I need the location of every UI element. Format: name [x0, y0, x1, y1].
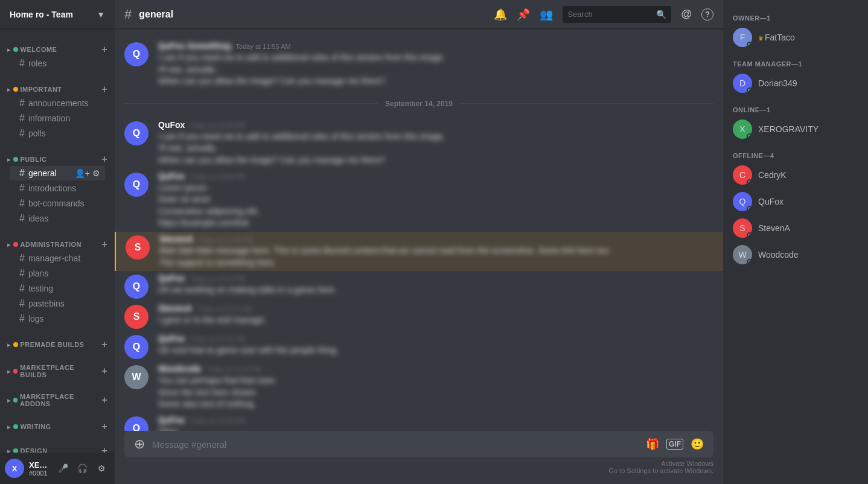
category-add-public[interactable]: + [101, 154, 107, 164]
channel-item-general[interactable]: # general 👤+ ⚙ [10, 166, 105, 180]
category-add-premade-builds[interactable]: + [101, 340, 107, 349]
category-chevron-icon: ▸ [7, 86, 11, 93]
members-section-owner—1: OWNER—1 F ♛FatTaco [728, 10, 863, 51]
message-content-msg4: QuFox Today at 12:10 PM Oh we working on… [158, 273, 713, 299]
message-author-msg4: QuFox [158, 273, 185, 283]
channel-item-bot-commands[interactable]: # bot-commands [10, 196, 105, 211]
category-header-writing[interactable]: ▸ WRITING + [5, 421, 110, 433]
message-text-msg6: Ok cool how to game over with the people… [158, 345, 713, 357]
channel-item-roles[interactable]: # roles [10, 56, 105, 71]
headphone-icon[interactable]: 🎧 [74, 460, 91, 477]
status-indicator-dorian349 [747, 88, 752, 93]
avatar: Q [124, 42, 148, 66]
member-avatar-qufox: Q [733, 192, 752, 211]
category-dot-premade-builds [13, 342, 18, 347]
members-section-online—1: ONLINE—1 X XEROGRAVITY [728, 101, 863, 142]
member-item-stevena[interactable]: S StevenA [728, 215, 863, 241]
search-bar[interactable]: 🔍 [563, 6, 671, 23]
chat-header: # general 🔔 📌 👥 🔍 @ ? [115, 0, 723, 29]
member-avatar-dorian349: D [733, 74, 752, 93]
search-input[interactable] [567, 10, 654, 19]
category-add-design[interactable]: + [101, 446, 107, 453]
message-content-msg8: QuFox Today at 12:20 PM Okay [158, 415, 713, 431]
category-add-marketplace-addons[interactable]: + [101, 395, 107, 405]
category-header-design[interactable]: ▸ DESIGN + [5, 445, 110, 453]
category-header-administration[interactable]: ▸ ADMINISTRATION + [5, 238, 110, 250]
member-avatar-letter: W [738, 250, 746, 260]
channel-item-manager-chat[interactable]: # manager-chat [10, 251, 105, 266]
channel-item-polls[interactable]: # polls [10, 126, 105, 141]
message-header-msg8: QuFox Today at 12:20 PM [158, 415, 713, 425]
category-header-premade-builds[interactable]: ▸ PREMADE BUILDS + [5, 339, 110, 351]
category-header-marketplace-builds[interactable]: ▸ MARKETPLACE BUILDS + [5, 363, 110, 380]
message-group-msg1: Q QuFox Today at 12:00 PM I can if you n… [115, 118, 723, 169]
members-icon[interactable]: 👥 [540, 8, 553, 21]
member-item-cedryk[interactable]: C CedryK [728, 162, 863, 188]
category-add-writing[interactable]: + [101, 422, 107, 431]
category-add-marketplace-builds[interactable]: + [101, 366, 107, 376]
gif-icon[interactable]: GIF [666, 439, 683, 450]
member-name-qufox: QuFox [758, 197, 783, 206]
message-header-msg1: QuFox Today at 12:00 PM [158, 120, 713, 130]
add-member-icon[interactable]: 👤+ [75, 168, 90, 178]
category-dot-important [13, 87, 18, 92]
settings-icon[interactable]: ⚙ [93, 460, 110, 477]
category-label-welcome: WELCOME [21, 46, 57, 53]
category-important: ▸ IMPORTANT + # announcements # informat… [0, 74, 115, 144]
message-input[interactable] [152, 439, 639, 450]
member-item-dorian349[interactable]: D Dorian349 [728, 70, 863, 97]
settings-channel-icon[interactable]: ⚙ [92, 168, 100, 178]
members-section-offline—4: OFFLINE—4 C CedryK Q QuFox S StevenA W [728, 147, 863, 268]
channel-item-introductions[interactable]: # introductions [10, 181, 105, 196]
channel-name-bot-commands: bot-commands [28, 199, 100, 208]
server-name-partial: ro - Team [36, 10, 73, 19]
member-item-fattaco[interactable]: F ♛FatTaco [728, 24, 863, 51]
category-header-welcome[interactable]: ▸ WELCOME + [5, 43, 110, 56]
member-name-fattaco: ♛FatTaco [758, 33, 795, 42]
category-chevron-icon: ▸ [7, 241, 11, 248]
category-header-left: ▸ MARKETPLACE ADDONS [7, 393, 101, 407]
channel-item-testing[interactable]: # testing [10, 281, 105, 296]
channel-name-roles: roles [28, 59, 100, 68]
member-avatar-letter: Q [739, 197, 746, 206]
channel-item-plans[interactable]: # plans [10, 266, 105, 281]
member-item-xerogravity[interactable]: X XEROGRAVITY [728, 116, 863, 142]
message-content-msg5: StevenA Today at 12:12 PM I gave or to t… [158, 304, 713, 329]
channel-item-logs[interactable]: # logs [10, 311, 105, 326]
member-item-qufox[interactable]: Q QuFox [728, 188, 863, 215]
message-text-msg5: I gave or to the and manage. [158, 314, 713, 326]
channel-item-ideas[interactable]: # ideas [10, 211, 105, 226]
category-marketplace-builds: ▸ MARKETPLACE BUILDS + [0, 353, 115, 382]
message-timestamp-msg8: Today at 12:20 PM [190, 417, 245, 424]
category-header-important[interactable]: ▸ IMPORTANT + [5, 83, 110, 95]
members-category-title: OWNER—1 [728, 10, 863, 24]
member-avatar-letter: C [739, 170, 745, 180]
channel-name-introductions: introductions [28, 183, 100, 193]
category-chevron-icon: ▸ [7, 368, 11, 375]
add-file-icon[interactable]: ⊕ [134, 436, 145, 452]
channel-item-information[interactable]: # information [10, 111, 105, 126]
pin-icon[interactable]: 📌 [517, 8, 530, 21]
channel-item-announcements[interactable]: # announcements [10, 96, 105, 110]
message-group-msg4: Q QuFox Today at 12:10 PM Oh we working … [115, 271, 723, 301]
mention-icon[interactable]: @ [681, 8, 692, 21]
emoji-icon[interactable]: 🙂 [691, 438, 704, 451]
message-timestamp-msg5: Today at 12:12 PM [197, 305, 252, 313]
channel-item-pastebins[interactable]: # pastebins [10, 296, 105, 311]
mic-icon[interactable]: 🎤 [54, 460, 71, 477]
server-header[interactable]: Home ro - Team ▼ [0, 0, 115, 29]
member-item-woodcode[interactable]: W Woodcode [728, 241, 863, 268]
bell-icon[interactable]: 🔔 [494, 8, 507, 21]
category-add-welcome[interactable]: + [101, 45, 107, 54]
channel-name-pastebins: pastebins [28, 299, 100, 308]
message-timestamp-msg7: Today at 12:18 PM [206, 366, 261, 373]
category-add-important[interactable]: + [101, 84, 107, 94]
gift-icon[interactable]: 🎁 [646, 438, 659, 451]
user-info: XEROGRA... #0001 [29, 460, 49, 477]
member-avatar-xerogravity: X [733, 119, 752, 139]
category-header-marketplace-addons[interactable]: ▸ MARKETPLACE ADDONS + [5, 392, 110, 409]
message-group-msg5: S StevenA Today at 12:12 PM I gave or to… [115, 301, 723, 331]
category-header-public[interactable]: ▸ PUBLIC + [5, 153, 110, 165]
category-add-administration[interactable]: + [101, 240, 107, 249]
help-icon[interactable]: ? [701, 8, 713, 21]
